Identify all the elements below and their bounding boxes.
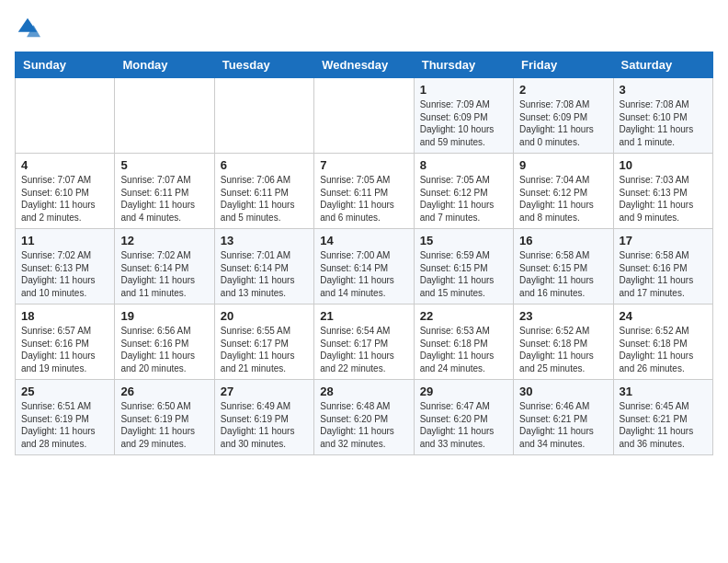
- calendar-cell: 6Sunrise: 7:06 AM Sunset: 6:11 PM Daylig…: [214, 154, 313, 229]
- calendar-cell: 4Sunrise: 7:07 AM Sunset: 6:10 PM Daylig…: [16, 154, 115, 229]
- day-number: 3: [620, 83, 707, 97]
- day-detail: Sunrise: 6:59 AM Sunset: 6:15 PM Dayligh…: [420, 249, 507, 299]
- day-number: 25: [21, 385, 108, 398]
- calendar-cell: 15Sunrise: 6:59 AM Sunset: 6:15 PM Dayli…: [414, 229, 513, 304]
- calendar-cell: 10Sunrise: 7:03 AM Sunset: 6:13 PM Dayli…: [613, 154, 712, 229]
- calendar-cell: 13Sunrise: 7:01 AM Sunset: 6:14 PM Dayli…: [214, 229, 313, 304]
- calendar-cell: 5Sunrise: 7:07 AM Sunset: 6:11 PM Daylig…: [115, 154, 214, 229]
- calendar-cell: 12Sunrise: 7:02 AM Sunset: 6:14 PM Dayli…: [115, 229, 214, 304]
- calendar-cell: 27Sunrise: 6:49 AM Sunset: 6:19 PM Dayli…: [214, 380, 313, 455]
- calendar-cell: 16Sunrise: 6:58 AM Sunset: 6:15 PM Dayli…: [514, 229, 613, 304]
- calendar-cell: 19Sunrise: 6:56 AM Sunset: 6:16 PM Dayli…: [115, 304, 214, 380]
- calendar-cell: 7Sunrise: 7:05 AM Sunset: 6:11 PM Daylig…: [314, 154, 414, 229]
- day-detail: Sunrise: 7:02 AM Sunset: 6:13 PM Dayligh…: [21, 249, 108, 299]
- day-detail: Sunrise: 6:56 AM Sunset: 6:16 PM Dayligh…: [120, 325, 208, 374]
- day-number: 15: [420, 234, 507, 247]
- day-of-week-header: Wednesday: [314, 52, 414, 78]
- calendar-cell: 26Sunrise: 6:50 AM Sunset: 6:19 PM Dayli…: [115, 380, 214, 455]
- calendar-cell: 28Sunrise: 6:48 AM Sunset: 6:20 PM Dayli…: [314, 380, 414, 455]
- calendar-week-row: 1Sunrise: 7:09 AM Sunset: 6:09 PM Daylig…: [16, 78, 713, 154]
- day-of-week-header: Thursday: [414, 52, 513, 78]
- calendar-cell: 25Sunrise: 6:51 AM Sunset: 6:19 PM Dayli…: [16, 380, 115, 455]
- calendar-cell: 17Sunrise: 6:58 AM Sunset: 6:16 PM Dayli…: [613, 229, 712, 304]
- calendar-week-row: 25Sunrise: 6:51 AM Sunset: 6:19 PM Dayli…: [16, 380, 713, 455]
- calendar-cell: 8Sunrise: 7:05 AM Sunset: 6:12 PM Daylig…: [414, 154, 513, 229]
- page-header: [15, 15, 713, 40]
- day-detail: Sunrise: 7:08 AM Sunset: 6:10 PM Dayligh…: [620, 98, 707, 148]
- logo-icon: [15, 15, 40, 40]
- calendar-cell: [16, 78, 115, 154]
- day-detail: Sunrise: 7:02 AM Sunset: 6:14 PM Dayligh…: [120, 249, 208, 299]
- day-detail: Sunrise: 6:51 AM Sunset: 6:19 PM Dayligh…: [21, 400, 108, 450]
- day-of-week-header: Monday: [115, 52, 214, 78]
- day-number: 16: [519, 234, 607, 247]
- day-detail: Sunrise: 6:55 AM Sunset: 6:17 PM Dayligh…: [221, 325, 308, 374]
- calendar-week-row: 4Sunrise: 7:07 AM Sunset: 6:10 PM Daylig…: [16, 154, 713, 229]
- calendar-cell: 20Sunrise: 6:55 AM Sunset: 6:17 PM Dayli…: [214, 304, 313, 380]
- day-detail: Sunrise: 6:53 AM Sunset: 6:18 PM Dayligh…: [420, 325, 507, 374]
- calendar-header-row: SundayMondayTuesdayWednesdayThursdayFrid…: [16, 52, 713, 78]
- day-number: 18: [21, 309, 108, 323]
- day-number: 12: [120, 234, 208, 247]
- day-number: 28: [320, 385, 407, 398]
- day-number: 24: [620, 309, 707, 323]
- day-number: 14: [320, 234, 407, 247]
- calendar-cell: 30Sunrise: 6:46 AM Sunset: 6:21 PM Dayli…: [514, 380, 613, 455]
- day-detail: Sunrise: 7:05 AM Sunset: 6:12 PM Dayligh…: [420, 174, 507, 224]
- day-detail: Sunrise: 6:54 AM Sunset: 6:17 PM Dayligh…: [320, 325, 407, 374]
- day-detail: Sunrise: 6:50 AM Sunset: 6:19 PM Dayligh…: [120, 400, 208, 450]
- day-number: 22: [420, 309, 507, 323]
- calendar-cell: 29Sunrise: 6:47 AM Sunset: 6:20 PM Dayli…: [414, 380, 513, 455]
- day-number: 7: [320, 158, 407, 172]
- day-number: 30: [519, 385, 607, 398]
- calendar-cell: [314, 78, 414, 154]
- day-of-week-header: Sunday: [16, 52, 115, 78]
- day-number: 27: [221, 385, 308, 398]
- day-number: 26: [120, 385, 208, 398]
- day-number: 11: [21, 234, 108, 247]
- calendar-cell: [214, 78, 313, 154]
- calendar-cell: 3Sunrise: 7:08 AM Sunset: 6:10 PM Daylig…: [613, 78, 712, 154]
- day-number: 1: [420, 83, 507, 97]
- day-detail: Sunrise: 6:46 AM Sunset: 6:21 PM Dayligh…: [519, 400, 607, 450]
- calendar-week-row: 11Sunrise: 7:02 AM Sunset: 6:13 PM Dayli…: [16, 229, 713, 304]
- calendar-cell: 1Sunrise: 7:09 AM Sunset: 6:09 PM Daylig…: [414, 78, 513, 154]
- day-number: 8: [420, 158, 507, 172]
- day-detail: Sunrise: 7:09 AM Sunset: 6:09 PM Dayligh…: [420, 98, 507, 148]
- day-detail: Sunrise: 7:06 AM Sunset: 6:11 PM Dayligh…: [221, 174, 308, 224]
- day-detail: Sunrise: 7:04 AM Sunset: 6:12 PM Dayligh…: [519, 174, 607, 224]
- day-detail: Sunrise: 6:48 AM Sunset: 6:20 PM Dayligh…: [320, 400, 407, 450]
- day-number: 6: [221, 158, 308, 172]
- calendar-cell: 9Sunrise: 7:04 AM Sunset: 6:12 PM Daylig…: [514, 154, 613, 229]
- day-number: 9: [519, 158, 607, 172]
- day-number: 20: [221, 309, 308, 323]
- day-of-week-header: Friday: [514, 52, 613, 78]
- calendar-cell: 31Sunrise: 6:45 AM Sunset: 6:21 PM Dayli…: [613, 380, 712, 455]
- calendar-cell: 21Sunrise: 6:54 AM Sunset: 6:17 PM Dayli…: [314, 304, 414, 380]
- day-detail: Sunrise: 7:01 AM Sunset: 6:14 PM Dayligh…: [221, 249, 308, 299]
- day-number: 23: [519, 309, 607, 323]
- calendar-cell: 22Sunrise: 6:53 AM Sunset: 6:18 PM Dayli…: [414, 304, 513, 380]
- day-number: 13: [221, 234, 308, 247]
- day-detail: Sunrise: 7:03 AM Sunset: 6:13 PM Dayligh…: [620, 174, 707, 224]
- calendar-table: SundayMondayTuesdayWednesdayThursdayFrid…: [15, 52, 713, 455]
- day-detail: Sunrise: 6:49 AM Sunset: 6:19 PM Dayligh…: [221, 400, 308, 450]
- day-number: 31: [620, 385, 707, 398]
- day-number: 29: [420, 385, 507, 398]
- day-detail: Sunrise: 6:52 AM Sunset: 6:18 PM Dayligh…: [519, 325, 607, 374]
- day-detail: Sunrise: 6:45 AM Sunset: 6:21 PM Dayligh…: [620, 400, 707, 450]
- day-number: 17: [620, 234, 707, 247]
- calendar-cell: 23Sunrise: 6:52 AM Sunset: 6:18 PM Dayli…: [514, 304, 613, 380]
- day-detail: Sunrise: 7:05 AM Sunset: 6:11 PM Dayligh…: [320, 174, 407, 224]
- day-detail: Sunrise: 6:58 AM Sunset: 6:16 PM Dayligh…: [620, 249, 707, 299]
- day-number: 21: [320, 309, 407, 323]
- day-detail: Sunrise: 6:57 AM Sunset: 6:16 PM Dayligh…: [21, 325, 108, 374]
- calendar-cell: 24Sunrise: 6:52 AM Sunset: 6:18 PM Dayli…: [613, 304, 712, 380]
- day-detail: Sunrise: 7:08 AM Sunset: 6:09 PM Dayligh…: [519, 98, 607, 148]
- calendar-cell: 2Sunrise: 7:08 AM Sunset: 6:09 PM Daylig…: [514, 78, 613, 154]
- day-detail: Sunrise: 7:07 AM Sunset: 6:11 PM Dayligh…: [120, 174, 208, 224]
- day-number: 2: [519, 83, 607, 97]
- day-number: 4: [21, 158, 108, 172]
- calendar-cell: 14Sunrise: 7:00 AM Sunset: 6:14 PM Dayli…: [314, 229, 414, 304]
- day-of-week-header: Saturday: [613, 52, 712, 78]
